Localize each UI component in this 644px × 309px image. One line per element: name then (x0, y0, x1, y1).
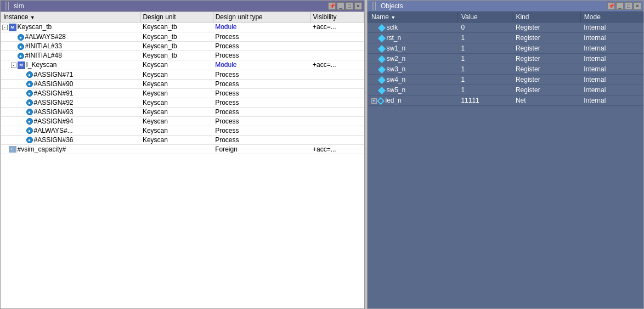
obj-mode: Internal (580, 33, 643, 43)
instance-name: #ALWAYS#28 (25, 33, 66, 41)
process-icon: ● (26, 109, 33, 115)
obj-name-cell: sw5_n (368, 85, 458, 95)
design-unit: Keyscan (140, 126, 213, 135)
table-row[interactable]: -MI_KeyscanKeyscanModule+acc=... (1, 60, 364, 70)
sim-close-icon[interactable]: ✕ (354, 2, 362, 10)
sim-minimize-icon[interactable]: _ (337, 2, 344, 10)
table-row[interactable]: F#vsim_capacity#Foreign+acc=... (1, 144, 364, 154)
obj-name: led_n (386, 97, 402, 104)
obj-value: 1 (457, 85, 512, 95)
objects-panel: Objects 📌 _ □ ✕ Name ▼ Value Kind Mode (367, 0, 644, 309)
sim-pin-icon[interactable]: 📌 (328, 2, 336, 10)
obj-mode: Internal (580, 23, 643, 33)
table-row[interactable]: ●#ASSIGN#71KeyscanProcess (1, 70, 364, 79)
visibility (310, 116, 364, 126)
obj-mode: Internal (580, 64, 643, 75)
obj-col-kind[interactable]: Kind (512, 12, 580, 23)
obj-name-cell: +led_n (368, 95, 458, 106)
objects-close-icon[interactable]: ✕ (634, 2, 641, 10)
unit-type: Foreign (213, 144, 310, 154)
design-unit: Keyscan (140, 107, 213, 116)
table-row[interactable]: sw4_n1RegisterInternal (368, 75, 643, 85)
objects-minimize-icon[interactable]: _ (616, 2, 624, 10)
sim-titlebar-icons: 📌 _ □ ✕ (328, 2, 362, 10)
obj-mode: Internal (580, 85, 643, 95)
objects-table-container: Name ▼ Value Kind Mode sclk0RegisterInte… (368, 12, 643, 308)
instance-name: #ASSIGN#71 (34, 71, 74, 78)
obj-name-cell: sw1_n (368, 43, 458, 54)
design-unit (140, 144, 213, 154)
col-visibility[interactable]: Visibility (310, 12, 364, 23)
table-row[interactable]: ●#ALWAYS#...KeyscanProcess (1, 126, 364, 135)
sim-titlebar: sim 📌 _ □ ✕ (1, 1, 364, 12)
table-row[interactable]: sw5_n1RegisterInternal (368, 85, 643, 95)
design-unit: Keyscan (140, 60, 213, 70)
sim-table-container: Instance ▼ Design unit Design unit type … (1, 12, 364, 308)
visibility (310, 41, 364, 50)
visibility (310, 135, 364, 144)
unit-type: Process (213, 50, 310, 60)
table-row[interactable]: rst_n1RegisterInternal (368, 33, 643, 43)
obj-name: sw4_n (387, 76, 406, 83)
objects-drag-handle[interactable] (372, 2, 376, 10)
table-row[interactable]: sw3_n1RegisterInternal (368, 64, 643, 75)
obj-value: 1 (457, 33, 512, 43)
diamond-icon (377, 55, 385, 63)
table-row[interactable]: ●#ASSIGN#93KeyscanProcess (1, 107, 364, 116)
instance-name: #ASSIGN#93 (34, 108, 74, 116)
table-row[interactable]: ●#ASSIGN#94KeyscanProcess (1, 116, 364, 126)
obj-col-name[interactable]: Name ▼ (368, 12, 458, 23)
sim-title: sim (14, 2, 24, 10)
obj-kind: Register (512, 23, 580, 33)
col-design-unit-type[interactable]: Design unit type (213, 12, 310, 23)
table-row[interactable]: ●#INITIAL#48Keyscan_tbProcess (1, 50, 364, 60)
table-row[interactable]: ●#ASSIGN#90KeyscanProcess (1, 79, 364, 88)
table-row[interactable]: ●#ASSIGN#91KeyscanProcess (1, 88, 364, 98)
table-row[interactable]: +led_n11111NetInternal (368, 95, 643, 106)
diamond-icon (377, 45, 385, 53)
unit-type: Process (213, 126, 310, 135)
obj-value: 1 (457, 75, 512, 85)
expand-btn[interactable]: + (371, 98, 377, 104)
instance-name: Keyscan_tb (18, 23, 52, 31)
sim-drag-handle[interactable] (5, 2, 9, 10)
table-row[interactable]: sw1_n1RegisterInternal (368, 43, 643, 54)
table-row[interactable]: ●#ALWAYS#28Keyscan_tbProcess (1, 32, 364, 41)
diamond-icon (377, 87, 385, 94)
obj-mode: Internal (580, 75, 643, 85)
unit-type: Process (213, 98, 310, 107)
process-icon: ● (26, 71, 33, 78)
diamond-icon (377, 76, 385, 84)
visibility (310, 79, 364, 88)
instance-name: #ASSIGN#94 (34, 117, 74, 125)
obj-value: 1 (457, 43, 512, 54)
instance-name: #ASSIGN#36 (34, 136, 74, 144)
objects-pin-icon[interactable]: 📌 (607, 2, 615, 10)
visibility (310, 107, 364, 116)
table-row[interactable]: ●#ASSIGN#36KeyscanProcess (1, 135, 364, 144)
objects-maximize-icon[interactable]: □ (625, 2, 632, 10)
obj-value: 0 (457, 23, 512, 33)
col-instance[interactable]: Instance ▼ (1, 12, 140, 23)
unit-type: Process (213, 107, 310, 116)
obj-col-value[interactable]: Value (457, 12, 512, 23)
module-icon: M (18, 61, 25, 69)
objects-table-body: sclk0RegisterInternalrst_n1RegisterInter… (368, 23, 643, 106)
table-row[interactable]: -MKeyscan_tbKeyscan_tbModule+acc=... (1, 23, 364, 32)
visibility: +acc=... (310, 23, 364, 32)
expand-icon[interactable]: - (2, 25, 8, 30)
table-row[interactable]: sclk0RegisterInternal (368, 23, 643, 33)
table-row[interactable]: ●#ASSIGN#92KeyscanProcess (1, 98, 364, 107)
table-row[interactable]: ●#INITIAL#33Keyscan_tbProcess (1, 41, 364, 50)
obj-value: 1 (457, 64, 512, 75)
obj-mode: Internal (580, 95, 643, 106)
obj-col-mode[interactable]: Mode (580, 12, 643, 23)
obj-value: 1 (457, 54, 512, 64)
obj-kind: Register (512, 85, 580, 95)
table-row[interactable]: sw2_n1RegisterInternal (368, 54, 643, 64)
sim-maximize-icon[interactable]: □ (346, 2, 353, 10)
expand-icon[interactable]: - (11, 63, 16, 68)
col-design-unit[interactable]: Design unit (140, 12, 213, 23)
design-unit: Keyscan (140, 70, 213, 79)
sim-table-body: -MKeyscan_tbKeyscan_tbModule+acc=...●#AL… (1, 23, 364, 154)
